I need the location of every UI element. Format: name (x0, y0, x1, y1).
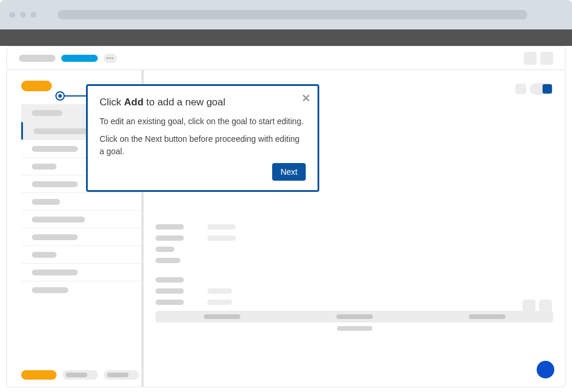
side-action-buttons (523, 300, 552, 313)
browser-chrome (0, 0, 572, 29)
app-header: ••• (7, 46, 565, 70)
fab-button[interactable] (537, 361, 554, 378)
footer-strip (156, 311, 553, 323)
detail-row (156, 224, 553, 230)
action-button[interactable] (539, 300, 552, 313)
header-action-button[interactable] (540, 52, 553, 65)
action-button[interactable] (523, 300, 535, 313)
breadcrumb-item[interactable] (19, 55, 55, 62)
window-dot (9, 12, 15, 18)
toggle-knob (543, 84, 552, 94)
window-dot (20, 12, 26, 18)
footer-pill-primary[interactable] (21, 370, 57, 380)
popover-title: Click Add to add a new goal (100, 97, 306, 108)
popover-body-p1: To edit an existing goal, click on the g… (100, 115, 306, 127)
detail-row (156, 235, 553, 241)
sidebar-item[interactable] (21, 263, 141, 281)
popover-body: To edit an existing goal, click on the g… (100, 115, 306, 157)
sidebar-item[interactable] (21, 228, 141, 245)
detail-row (156, 300, 553, 305)
onboarding-popover: ✕ Click Add to add a new goal To edit an… (86, 84, 319, 192)
header-action-button[interactable] (524, 52, 537, 65)
sidebar-item[interactable] (21, 192, 141, 210)
detail-row (156, 258, 553, 263)
address-bar[interactable] (58, 10, 527, 19)
detail-block (156, 224, 553, 331)
footer-pills (21, 370, 139, 380)
strip-item[interactable] (204, 314, 240, 319)
strip-item[interactable] (336, 314, 373, 319)
popover-body-p2: Click on the Next button before proceedi… (100, 133, 306, 157)
strip-item[interactable] (469, 314, 505, 319)
sidebar-item[interactable] (21, 281, 141, 298)
breadcrumb-active[interactable] (61, 55, 98, 62)
footer-pill[interactable] (104, 370, 139, 380)
detail-row (156, 288, 553, 294)
dark-banner (0, 29, 572, 46)
close-icon[interactable]: ✕ (302, 92, 310, 105)
detail-row (156, 277, 553, 283)
popover-title-bold: Add (124, 97, 144, 108)
popover-anchor-dot (55, 91, 65, 101)
popover-title-prefix: Click (100, 97, 124, 108)
pagination-placeholder (337, 326, 372, 331)
more-menu-button[interactable]: ••• (104, 54, 117, 63)
popover-title-suffix: to add a new goal (144, 97, 226, 108)
next-button[interactable]: Next (272, 163, 306, 181)
toggle-switch[interactable] (530, 83, 553, 95)
sidebar-item[interactable] (21, 245, 141, 263)
toolbar-button[interactable] (515, 84, 526, 94)
detail-row (156, 247, 553, 252)
footer-pill[interactable] (62, 370, 98, 380)
add-button[interactable] (21, 81, 52, 91)
sidebar-item[interactable] (21, 210, 141, 228)
window-dot (31, 12, 37, 18)
